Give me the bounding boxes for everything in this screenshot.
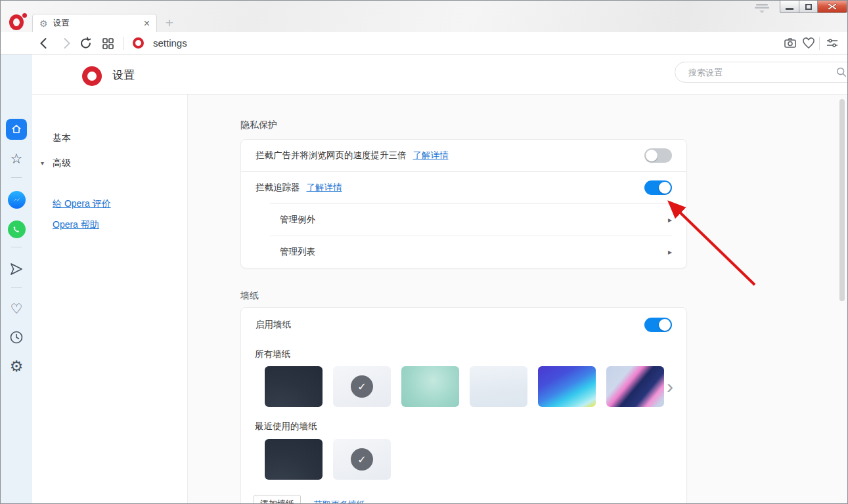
opera-help-link[interactable]: Opera 帮助 <box>53 219 99 231</box>
wallpaper-thumb-blue-geometric[interactable] <box>538 366 596 407</box>
opera-o-icon <box>9 14 24 30</box>
speed-dial-grid-icon[interactable] <box>101 37 114 50</box>
enable-wallpaper-row: 启用墙纸 <box>241 308 686 342</box>
messenger-icon <box>8 191 26 209</box>
ad-block-label: 拦截广告并将浏览网页的速度提升三倍 <box>256 150 407 161</box>
sidebar-divider <box>11 247 22 247</box>
page-title: 设置 <box>112 68 135 83</box>
all-wallpapers-label: 所有墙纸 <box>255 348 290 360</box>
opera-dot-icon <box>22 13 27 18</box>
tracker-learn-more-link[interactable]: 了解详情 <box>307 182 342 194</box>
scrollbar-thumb[interactable] <box>839 99 845 301</box>
recent-thumb-light-gray-selected[interactable]: ✓ <box>333 439 391 480</box>
back-button[interactable] <box>37 37 51 50</box>
gear-icon: ⚙ <box>39 19 48 28</box>
opera-logo-icon <box>82 66 102 86</box>
favorites-heart-icon[interactable] <box>802 37 815 50</box>
toolbar: settings <box>1 32 848 54</box>
sidebar-item-settings[interactable]: ⚙ <box>1 359 32 374</box>
tracker-toggle[interactable] <box>644 180 672 195</box>
wallpaper-thumb-light-gray-selected[interactable]: ✓ <box>333 366 391 407</box>
ad-block-learn-more-link[interactable]: 了解详情 <box>413 150 449 161</box>
forward-button[interactable] <box>60 37 73 50</box>
home-icon <box>6 119 27 140</box>
selected-check-icon: ✓ <box>351 448 373 471</box>
whatsapp-icon <box>8 220 26 238</box>
selected-check-icon: ✓ <box>351 375 373 398</box>
browser-window: ⚙ 设置 × + settings <box>0 0 848 504</box>
settings-content: 隐私保护 拦截广告并将浏览网页的速度提升三倍 了解详情 拦截追踪器 了解详情 管… <box>188 94 848 504</box>
sidebar-item-whatsapp[interactable] <box>1 220 32 238</box>
wallpaper-thumb-whale-wave[interactable] <box>606 366 664 407</box>
toggle-knob <box>659 319 671 331</box>
nav-item-basic[interactable]: 基本 <box>53 133 71 144</box>
nav-item-advanced[interactable]: 高级 <box>53 158 71 169</box>
recent-thumb-dark-navy[interactable] <box>265 439 323 480</box>
close-x-icon <box>827 3 837 10</box>
easy-setup-tune-icon[interactable] <box>826 37 839 50</box>
address-bar[interactable]: settings <box>153 37 187 49</box>
manage-lists-label: 管理列表 <box>280 246 315 258</box>
recent-wallpapers-label: 最近使用的墙纸 <box>255 421 317 432</box>
settings-search[interactable] <box>675 62 848 83</box>
manage-exceptions-row[interactable]: 管理例外 ▸ <box>241 204 686 236</box>
privacy-section-title: 隐私保护 <box>240 119 277 131</box>
chevron-down-icon[interactable]: ▾ <box>41 159 44 167</box>
wallpaper-thumb-light-polygon[interactable] <box>470 366 527 407</box>
sidebar-item-favorites[interactable]: ♡ <box>1 302 32 316</box>
tab-stack-icon[interactable] <box>753 3 770 14</box>
new-tab-button[interactable]: + <box>162 15 177 31</box>
sidebar-item-speed-dial[interactable] <box>1 119 32 140</box>
maximize-button[interactable] <box>799 1 818 13</box>
sidebar-item-history[interactable] <box>1 330 32 345</box>
toolbar-separator <box>819 37 820 50</box>
toggle-knob <box>659 182 671 194</box>
reload-button[interactable] <box>79 37 93 50</box>
heart-icon: ♡ <box>11 302 23 316</box>
tab-title: 设置 <box>53 18 144 29</box>
wallpaper-thumb-teal-mint[interactable] <box>401 366 459 407</box>
tab-settings[interactable]: ⚙ 设置 × <box>32 14 157 32</box>
minimize-button[interactable] <box>780 1 799 13</box>
window-controls <box>780 1 847 13</box>
get-more-wallpapers-link[interactable]: 获取更多墙纸 <box>314 499 365 504</box>
minimize-icon <box>786 8 793 10</box>
toggle-knob <box>646 150 658 161</box>
wallpapers-scroll-right-icon[interactable]: › <box>667 377 673 396</box>
clock-icon <box>9 330 24 345</box>
snapshot-camera-icon[interactable] <box>784 37 797 50</box>
enable-wallpaper-label: 启用墙纸 <box>256 319 291 331</box>
tracker-block-row: 拦截追踪器 了解详情 <box>241 172 686 203</box>
sidebar-item-my-flow[interactable] <box>1 261 32 277</box>
privacy-card: 拦截广告并将浏览网页的速度提升三倍 了解详情 拦截追踪器 了解详情 管理例外 ▸… <box>240 139 687 268</box>
chevron-right-icon: ▸ <box>668 215 672 224</box>
toolbar-separator <box>123 37 123 50</box>
search-input[interactable] <box>688 68 836 77</box>
sidebar-item-bookmarks[interactable]: ☆ <box>1 152 32 165</box>
search-icon[interactable] <box>836 66 847 78</box>
tracker-block-label: 拦截追踪器 <box>256 182 300 194</box>
ad-block-toggle[interactable] <box>644 148 672 163</box>
ad-block-row: 拦截广告并将浏览网页的速度提升三倍 了解详情 <box>241 140 686 171</box>
settings-page-header: 设置 <box>32 54 848 94</box>
wallpaper-section-title: 墙纸 <box>240 290 259 302</box>
gear-icon: ⚙ <box>10 359 24 374</box>
star-icon: ☆ <box>11 152 23 165</box>
add-wallpaper-button[interactable]: 添加墙纸 <box>254 495 301 504</box>
opera-menu-logo[interactable] <box>9 13 27 31</box>
settings-nav: 基本 ▾ 高级 给 Opera 评价 Opera 帮助 <box>32 94 188 504</box>
sidebar-divider <box>11 177 22 178</box>
send-plane-icon <box>9 261 24 277</box>
wallpaper-thumb-dark-navy[interactable] <box>265 366 323 407</box>
manage-exceptions-label: 管理例外 <box>280 214 315 226</box>
sidebar-divider <box>11 287 22 288</box>
rate-opera-link[interactable]: 给 Opera 评价 <box>53 198 111 210</box>
opera-site-icon <box>133 37 144 49</box>
wallpaper-toggle[interactable] <box>644 318 672 332</box>
close-window-button[interactable] <box>818 1 847 13</box>
sidebar-item-messenger[interactable] <box>1 191 32 209</box>
tab-close-icon[interactable]: × <box>144 18 150 29</box>
sidebar: ☆ ♡ <box>1 54 32 504</box>
maximize-icon <box>805 4 812 10</box>
manage-lists-row[interactable]: 管理列表 ▸ <box>241 236 686 268</box>
